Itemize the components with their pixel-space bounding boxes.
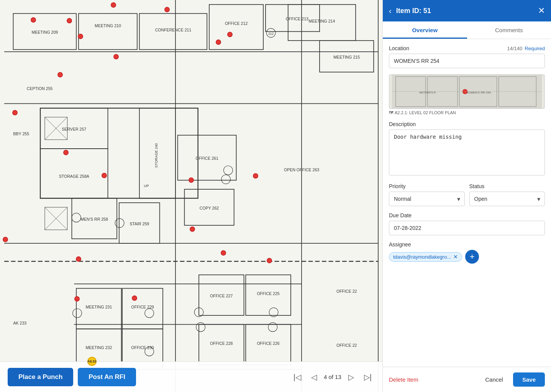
svg-text:STORAGE 258A: STORAGE 258A: [59, 174, 90, 179]
assignee-label: Assignee: [389, 241, 411, 248]
post-rfi-button[interactable]: Post An RFI: [78, 368, 136, 386]
svg-text:COPY 262: COPY 262: [200, 206, 219, 210]
panel-header: ‹ Item ID: 51 ✕: [383, 0, 551, 21]
panel-tabs: Overview Comments: [383, 21, 551, 39]
punch-dot[interactable]: [267, 258, 272, 263]
svg-text:CEPTION 255: CEPTION 255: [27, 86, 53, 91]
svg-text:WOMEN'S RR 254: WOMEN'S RR 254: [466, 91, 491, 94]
svg-text:MEETING 209: MEETING 209: [31, 30, 58, 34]
svg-text:OFFICE 226: OFFICE 226: [257, 341, 279, 346]
tab-comments[interactable]: Comments: [467, 21, 551, 39]
punch-dot[interactable]: [253, 173, 258, 179]
priority-label: Priority: [389, 183, 406, 189]
map-label: 🗺 A2.2.1: LEVEL 02 FLOOR PLAN: [389, 110, 545, 115]
priority-field-group: Priority Low Normal High Critical: [389, 183, 465, 206]
svg-text:OFFICE 227: OFFICE 227: [210, 294, 233, 298]
punch-dot[interactable]: [113, 54, 119, 59]
nav-next-button[interactable]: ▷: [345, 371, 357, 383]
bottom-left-buttons: Place a Punch Post An RFI A6.01: [8, 368, 136, 386]
svg-text:OFFICE 225: OFFICE 225: [257, 291, 279, 296]
nav-prev-button[interactable]: ◁: [308, 371, 320, 383]
due-date-label-row: Due Date: [389, 212, 545, 218]
cancel-button[interactable]: Cancel: [479, 372, 509, 387]
panel-back-button[interactable]: ‹: [389, 7, 392, 15]
due-date-input[interactable]: [389, 221, 545, 235]
location-input[interactable]: [389, 54, 545, 68]
assignee-label-row: Assignee: [389, 241, 545, 248]
svg-text:212: 212: [268, 32, 274, 36]
description-label: Description: [389, 121, 416, 127]
assignee-chip-text: tdavis@raymondlakegro...: [393, 254, 451, 260]
panel-title: Item ID: 51: [396, 7, 538, 15]
right-panel: ‹ Item ID: 51 ✕ Overview Comments Locati…: [382, 0, 551, 392]
due-date-label: Due Date: [389, 212, 412, 218]
svg-text:MEETING 215: MEETING 215: [333, 55, 360, 59]
svg-text:STAIR 259: STAIR 259: [130, 221, 149, 226]
punch-dot[interactable]: [132, 295, 137, 301]
punch-dot[interactable]: [74, 296, 80, 302]
svg-rect-0: [4, 0, 378, 392]
status-select-wrapper: Open In Progress Closed Resolved: [469, 192, 545, 206]
status-select[interactable]: Open In Progress Closed Resolved: [469, 192, 545, 206]
status-label: Status: [469, 183, 485, 189]
punch-dot[interactable]: [111, 2, 116, 8]
punch-dot[interactable]: [63, 150, 69, 155]
punch-dot[interactable]: [190, 226, 195, 232]
status-field-group: Status Open In Progress Closed Resolved: [469, 183, 545, 206]
punch-dot[interactable]: [31, 17, 36, 23]
punch-dot[interactable]: [12, 110, 18, 115]
punch-dot[interactable]: [221, 250, 226, 256]
description-textarea[interactable]: Door hardware missing: [389, 130, 545, 175]
priority-select[interactable]: Low Normal High Critical: [389, 192, 465, 206]
footer-right: Cancel Save: [479, 372, 545, 387]
svg-text:OFFICE 22: OFFICE 22: [336, 343, 357, 348]
punch-dot[interactable]: [78, 34, 83, 39]
svg-text:OFFICE 22: OFFICE 22: [336, 289, 357, 294]
punch-dot[interactable]: [102, 173, 107, 178]
svg-text:MEETING 214: MEETING 214: [309, 19, 335, 23]
floorplan-area: MEETING 209 MEETING 210 CONFERENCE 211 O…: [0, 0, 382, 392]
description-label-row: Description: [389, 121, 545, 127]
priority-status-row: Priority Low Normal High Critical Status: [389, 183, 545, 212]
floorplan-svg: MEETING 209 MEETING 210 CONFERENCE 211 O…: [0, 0, 382, 392]
save-button[interactable]: Save: [513, 372, 545, 387]
main-container: MEETING 209 MEETING 210 CONFERENCE 211 O…: [0, 0, 551, 392]
svg-text:MEETING 210: MEETING 210: [95, 23, 121, 28]
svg-text:OFFICE 261: OFFICE 261: [195, 156, 218, 161]
punch-dot[interactable]: [67, 18, 72, 23]
nav-last-button[interactable]: ▷|: [361, 371, 375, 383]
delete-item-button[interactable]: Delete Item: [389, 376, 418, 383]
add-assignee-button[interactable]: +: [465, 250, 479, 264]
assignee-field-group: Assignee tdavis@raymondlakegro... ✕ +: [389, 241, 545, 264]
assignee-chip-remove[interactable]: ✕: [453, 254, 458, 259]
location-required: Required: [525, 46, 545, 51]
punch-dot[interactable]: [164, 7, 170, 12]
svg-text:SERVER 257: SERVER 257: [62, 127, 86, 131]
assignee-chip: tdavis@raymondlakegro... ✕: [389, 252, 462, 262]
tab-overview[interactable]: Overview: [383, 21, 467, 39]
svg-text:AK 233: AK 233: [13, 321, 27, 325]
punch-dot[interactable]: [227, 32, 233, 37]
description-field-group: Description Door hardware missing: [389, 121, 545, 177]
punch-dot[interactable]: [189, 177, 194, 183]
nav-first-button[interactable]: |◁: [290, 371, 304, 383]
due-date-field-group: Due Date: [389, 212, 545, 235]
priority-label-row: Priority: [389, 183, 465, 189]
svg-text:OFFICE 228: OFFICE 228: [210, 341, 233, 346]
panel-content: Location 14/140 Required: [383, 39, 551, 367]
panel-close-button[interactable]: ✕: [538, 6, 545, 16]
bottom-toolbar: Place a Punch Post An RFI A6.01 |◁ ◁ 4 o…: [0, 361, 382, 392]
nav-controls: |◁ ◁ 4 of 13 ▷ ▷|: [290, 371, 375, 383]
assignee-row: tdavis@raymondlakegro... ✕ +: [389, 250, 545, 264]
svg-text:OFFICE 212: OFFICE 212: [225, 21, 248, 26]
punch-dot[interactable]: [216, 39, 221, 45]
place-punch-button[interactable]: Place a Punch: [8, 368, 73, 386]
svg-text:MOTHER'S R: MOTHER'S R: [420, 91, 436, 94]
svg-text:MEN'S RR 258: MEN'S RR 258: [80, 217, 108, 221]
svg-text:OFFICE 213: OFFICE 213: [286, 16, 308, 21]
punch-dot[interactable]: [76, 256, 81, 262]
punch-dot[interactable]: [3, 237, 8, 242]
punch-dot[interactable]: [57, 72, 63, 77]
map-thumbnail[interactable]: WOMEN'S RR 254 MOTHER'S R: [389, 74, 545, 109]
map-thumbnail-inner: WOMEN'S RR 254 MOTHER'S R: [389, 75, 544, 108]
